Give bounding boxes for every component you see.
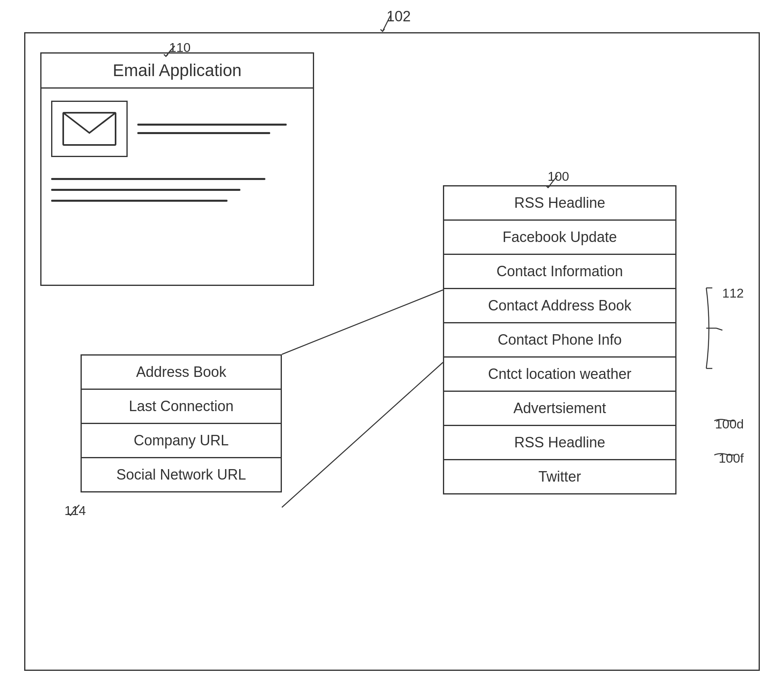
main-panel-row-0: RSS Headline [444, 186, 675, 221]
main-panel-row-4: Contact Phone Info [444, 323, 675, 358]
addr-panel-row-3: Social Network URL [82, 458, 281, 491]
email-line-2 [137, 132, 270, 134]
email-bottom-line-3 [51, 200, 228, 202]
main-panel-row-1: Facebook Update [444, 221, 675, 255]
addr-panel-row-0: Address Book [82, 356, 281, 390]
main-panel-row-3: Contact Address Book [444, 289, 675, 323]
email-app-title: Email Application [41, 54, 313, 89]
email-icon-area [51, 101, 128, 157]
email-bottom-line-1 [51, 178, 265, 180]
main-panel-row-6: Advertsiement [444, 392, 675, 426]
svg-rect-0 [63, 113, 116, 145]
main-panel-row-2: Contact Information [444, 255, 675, 289]
email-lines-right [137, 98, 303, 157]
envelope-icon [61, 109, 118, 149]
bracket-112 [704, 284, 745, 372]
email-bottom-line-2 [51, 189, 240, 191]
bracket-100d [712, 415, 745, 427]
email-app-body [41, 89, 313, 167]
bracket-100f [712, 449, 745, 461]
email-line-1 [137, 124, 287, 126]
main-panel: RSS HeadlineFacebook UpdateContact Infor… [443, 185, 676, 494]
arrow-114 [62, 503, 87, 519]
main-panel-row-7: RSS Headline [444, 426, 675, 460]
addr-book-panel: Address BookLast ConnectionCompany URLSo… [81, 354, 282, 492]
email-app-box: Email Application [40, 52, 314, 286]
arrow-102 [366, 11, 399, 35]
main-panel-row-5: Cntct location weather [444, 358, 675, 392]
email-bottom-lines [41, 167, 313, 202]
addr-panel-row-1: Last Connection [82, 390, 281, 424]
main-panel-row-8: Twitter [444, 460, 675, 493]
addr-panel-row-2: Company URL [82, 424, 281, 458]
